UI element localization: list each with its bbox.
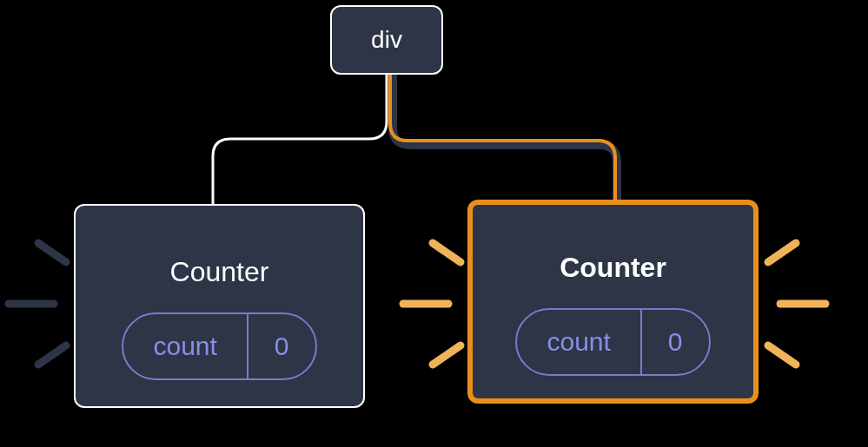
svg-line-2 xyxy=(38,345,66,365)
svg-line-6 xyxy=(768,243,796,262)
counter-title: Counter xyxy=(560,252,666,284)
burst-icon-right-right xyxy=(745,226,858,382)
state-label: count xyxy=(123,332,246,361)
counter-node-left: Counter count 0 xyxy=(74,204,365,408)
state-pill: count 0 xyxy=(515,308,710,376)
state-label: count xyxy=(517,327,639,357)
svg-line-5 xyxy=(433,345,461,365)
state-value: 0 xyxy=(640,310,709,374)
root-label: div xyxy=(371,26,402,54)
svg-line-3 xyxy=(433,243,461,262)
counter-node-right: Counter count 0 xyxy=(467,200,759,404)
state-value: 0 xyxy=(247,314,315,378)
state-pill: count 0 xyxy=(122,312,316,380)
svg-line-8 xyxy=(768,345,796,365)
counter-title: Counter xyxy=(170,256,269,288)
svg-line-0 xyxy=(38,243,66,262)
tree-root-node: div xyxy=(330,5,443,75)
